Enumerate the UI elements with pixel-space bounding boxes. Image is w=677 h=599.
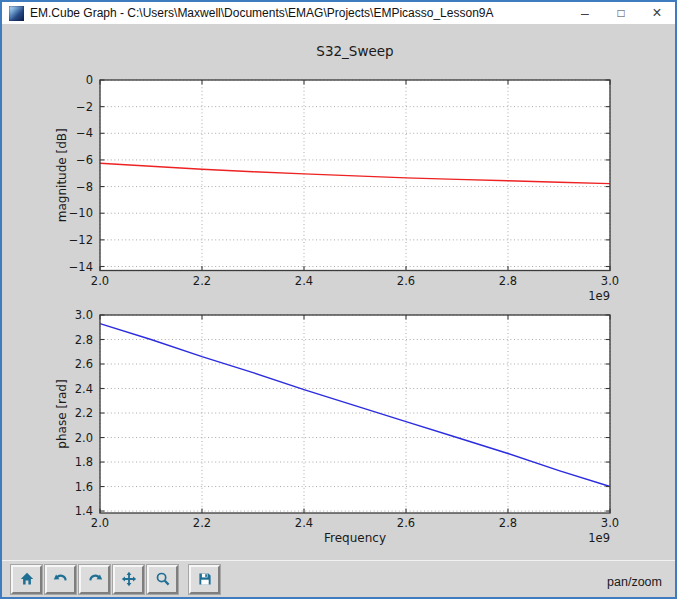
maximize-button[interactable]: □ <box>603 2 639 24</box>
zoom-button[interactable] <box>147 565 178 594</box>
y-tick-label: −6 <box>76 153 93 167</box>
close-icon: × <box>652 5 661 21</box>
toolbar-status: pan/zoom <box>607 575 662 589</box>
x-tick-label: 2.8 <box>499 274 517 288</box>
x-tick-label: 2.6 <box>397 274 415 288</box>
y-tick-label: −4 <box>76 126 93 140</box>
maximize-icon: □ <box>617 7 624 19</box>
y-tick-label: −2 <box>76 100 93 114</box>
y-tick-label: 2.0 <box>75 431 93 445</box>
x-tick-label: 3.0 <box>601 274 619 288</box>
home-icon <box>19 571 35 587</box>
minimize-icon: – <box>581 6 589 20</box>
y-tick-label: −14 <box>69 260 93 274</box>
close-button[interactable]: × <box>639 2 675 24</box>
x-tick-label: 2.2 <box>193 274 211 288</box>
x-offset-label: 1e9 <box>588 531 610 545</box>
back-button[interactable] <box>45 565 76 594</box>
y-tick-label: 1.4 <box>75 504 93 518</box>
save-button[interactable] <box>189 565 220 594</box>
app-window: { "window": { "title": "EM.Cube Graph - … <box>0 0 677 599</box>
titlebar[interactable]: EM.Cube Graph - C:\Users\Maxwell\Documen… <box>2 2 675 24</box>
y-tick-label: 2.2 <box>75 406 93 420</box>
zoom-icon <box>155 571 171 587</box>
forward-button[interactable] <box>79 565 110 594</box>
figure-canvas[interactable]: 2.02.22.42.62.83.00−2−4−6−8−10−12−141e9m… <box>2 24 675 560</box>
save-icon <box>197 571 213 587</box>
y-tick-label: 2.6 <box>75 357 93 371</box>
x-tick-label: 2.2 <box>193 516 211 530</box>
subplot-phase: 2.02.22.42.62.83.03.02.82.62.42.22.01.81… <box>55 308 619 545</box>
y-tick-label: 2.4 <box>75 382 93 396</box>
y-tick-label: 2.8 <box>75 333 93 347</box>
window-controls: – □ × <box>567 2 675 24</box>
pan-icon <box>121 571 137 587</box>
y-tick-label: −8 <box>76 180 93 194</box>
chart-title: S32_Sweep <box>316 43 393 59</box>
y-tick-label: 1.6 <box>75 480 93 494</box>
axes-background <box>100 315 610 513</box>
y-tick-label: 3.0 <box>75 308 93 322</box>
home-button[interactable] <box>11 565 42 594</box>
x-tick-label: 2.8 <box>499 516 517 530</box>
y-tick-label: −10 <box>69 206 93 220</box>
minimize-button[interactable]: – <box>567 2 603 24</box>
x-tick-label: 3.0 <box>601 516 619 530</box>
y-tick-label: 0 <box>86 73 93 87</box>
y-tick-label: 1.8 <box>75 455 93 469</box>
window-title: EM.Cube Graph - C:\Users\Maxwell\Documen… <box>30 6 494 20</box>
back-icon <box>53 571 69 587</box>
x-tick-label: 2.6 <box>397 516 415 530</box>
y-axis-label: magnitude [dB] <box>55 128 69 222</box>
x-tick-label: 2.0 <box>91 274 109 288</box>
y-axis-label: phase [rad] <box>55 379 69 448</box>
forward-icon <box>87 571 103 587</box>
x-axis-label: Frequency <box>324 531 386 545</box>
x-tick-label: 2.4 <box>295 516 313 530</box>
x-tick-label: 2.4 <box>295 274 313 288</box>
subplot-magnitude: 2.02.22.42.62.83.00−2−4−6−8−10−12−141e9m… <box>55 43 619 303</box>
app-logo-icon <box>9 6 24 21</box>
y-tick-label: −12 <box>69 233 93 247</box>
navigation-toolbar: pan/zoom <box>2 560 675 597</box>
x-tick-label: 2.0 <box>91 516 109 530</box>
pan-button[interactable] <box>113 565 144 594</box>
x-offset-label: 1e9 <box>588 289 610 303</box>
